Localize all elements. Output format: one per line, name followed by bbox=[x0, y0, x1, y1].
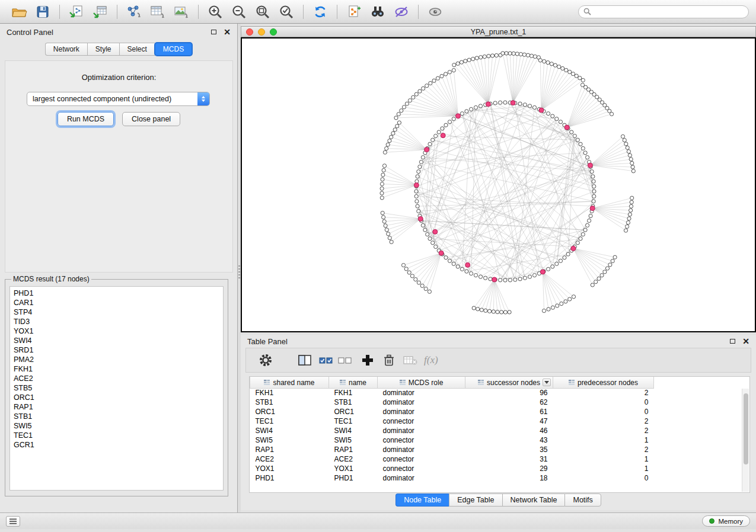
network-node[interactable] bbox=[496, 310, 499, 314]
network-node[interactable] bbox=[410, 274, 414, 278]
network-node[interactable] bbox=[560, 302, 563, 306]
float-table-panel-icon[interactable] bbox=[730, 339, 735, 344]
close-mcds-panel-button[interactable]: Close panel bbox=[122, 112, 180, 126]
network-node[interactable] bbox=[393, 128, 397, 132]
network-node[interactable] bbox=[382, 164, 386, 168]
network-node[interactable] bbox=[465, 110, 468, 113]
network-node[interactable] bbox=[476, 307, 480, 311]
table-row[interactable]: STB1STB1dominator620 bbox=[250, 398, 654, 407]
network-node[interactable] bbox=[479, 275, 482, 278]
mcds-result-list[interactable]: PHD1CAR1STP4TID3YOX1SWI4SRD1PMA2FKH1ACE2… bbox=[9, 286, 224, 491]
network-node[interactable] bbox=[416, 175, 419, 178]
network-node[interactable] bbox=[448, 120, 451, 124]
search-box[interactable] bbox=[578, 5, 749, 18]
network-node[interactable] bbox=[395, 124, 399, 128]
network-node[interactable] bbox=[631, 165, 634, 169]
network-node[interactable] bbox=[470, 107, 473, 111]
network-node[interactable] bbox=[628, 153, 631, 157]
network-node[interactable] bbox=[600, 274, 604, 277]
network-node[interactable] bbox=[460, 112, 464, 116]
network-node[interactable] bbox=[512, 52, 515, 55]
zoom-in-button[interactable] bbox=[203, 2, 227, 21]
network-node[interactable] bbox=[556, 304, 559, 307]
tab-style[interactable]: Style bbox=[87, 43, 119, 56]
network-node[interactable] bbox=[508, 52, 512, 55]
network-node[interactable] bbox=[575, 74, 578, 78]
network-node[interactable] bbox=[563, 256, 566, 259]
dominator-node[interactable] bbox=[492, 277, 497, 282]
table-scrollbar[interactable] bbox=[742, 389, 749, 492]
network-node[interactable] bbox=[493, 101, 497, 105]
column-header-shared-name[interactable]: shared name bbox=[250, 377, 329, 388]
mcds-result-item[interactable]: CAR1 bbox=[10, 298, 223, 307]
mcds-result-item[interactable]: FKH1 bbox=[10, 364, 223, 374]
dominator-node[interactable] bbox=[425, 148, 429, 152]
network-node[interactable] bbox=[419, 160, 423, 164]
network-node[interactable] bbox=[621, 134, 624, 138]
network-node[interactable] bbox=[571, 72, 575, 76]
network-node[interactable] bbox=[572, 295, 575, 299]
network-node[interactable] bbox=[592, 190, 596, 193]
import-network-button[interactable] bbox=[65, 2, 88, 21]
dominator-node[interactable] bbox=[456, 114, 461, 118]
network-node[interactable] bbox=[592, 180, 595, 183]
network-node[interactable] bbox=[626, 221, 630, 225]
network-node[interactable] bbox=[561, 66, 564, 70]
network-node[interactable] bbox=[630, 196, 634, 200]
network-node[interactable] bbox=[626, 146, 629, 149]
network-node[interactable] bbox=[508, 310, 511, 314]
network-node[interactable] bbox=[628, 213, 631, 216]
network-node[interactable] bbox=[467, 58, 471, 62]
network-node[interactable] bbox=[380, 191, 384, 195]
network-node[interactable] bbox=[400, 109, 403, 113]
network-node[interactable] bbox=[564, 68, 568, 72]
mcds-result-item[interactable]: SWI5 bbox=[10, 421, 223, 431]
network-node[interactable] bbox=[388, 236, 391, 240]
mcds-result-item[interactable]: YOX1 bbox=[10, 326, 223, 336]
network-node[interactable] bbox=[590, 170, 594, 174]
network-node[interactable] bbox=[381, 173, 385, 177]
minimize-window-button[interactable] bbox=[258, 28, 265, 36]
network-node[interactable] bbox=[589, 214, 592, 217]
network-node[interactable] bbox=[630, 200, 633, 204]
dominator-node[interactable] bbox=[511, 101, 515, 105]
network-node[interactable] bbox=[387, 232, 390, 236]
network-node[interactable] bbox=[532, 105, 536, 109]
network-node[interactable] bbox=[576, 241, 579, 245]
tab-mcds[interactable]: MCDS bbox=[155, 43, 192, 56]
network-node[interactable] bbox=[381, 178, 384, 181]
network-node[interactable] bbox=[624, 229, 627, 232]
mcds-result-item[interactable]: STB1 bbox=[10, 412, 223, 421]
network-overview-button[interactable] bbox=[366, 2, 390, 21]
mcds-result-item[interactable]: ORC1 bbox=[10, 393, 223, 402]
show-details-button[interactable] bbox=[423, 2, 447, 21]
network-node[interactable] bbox=[518, 277, 522, 281]
network-node[interactable] bbox=[576, 138, 579, 142]
search-input[interactable] bbox=[595, 8, 744, 16]
float-panel-icon[interactable] bbox=[211, 30, 216, 34]
network-node[interactable] bbox=[456, 62, 460, 65]
network-node[interactable] bbox=[542, 309, 546, 313]
network-node[interactable] bbox=[581, 146, 585, 150]
network-node[interactable] bbox=[384, 224, 387, 227]
network-node[interactable] bbox=[388, 139, 391, 143]
function-builder-button[interactable]: f(x) bbox=[424, 354, 438, 366]
network-node[interactable] bbox=[503, 310, 507, 314]
network-node[interactable] bbox=[508, 278, 512, 282]
network-node[interactable] bbox=[414, 194, 418, 198]
mcds-result-item[interactable]: ACE2 bbox=[10, 374, 223, 383]
table-row[interactable]: SWI4SWI4dominator462 bbox=[250, 426, 654, 435]
network-node[interactable] bbox=[592, 200, 595, 203]
network-node[interactable] bbox=[434, 245, 438, 248]
network-node[interactable] bbox=[553, 63, 557, 67]
table-row[interactable]: PHD1PHD1dominator180 bbox=[250, 473, 654, 483]
network-node[interactable] bbox=[608, 263, 612, 267]
network-node[interactable] bbox=[551, 265, 554, 268]
column-header-predecessor-nodes[interactable]: predecessor nodes bbox=[553, 377, 654, 388]
network-node[interactable] bbox=[484, 276, 487, 280]
network-node[interactable] bbox=[470, 272, 473, 275]
network-node[interactable] bbox=[555, 262, 559, 265]
network-node[interactable] bbox=[526, 53, 529, 57]
network-node[interactable] bbox=[626, 225, 629, 228]
network-node[interactable] bbox=[564, 300, 567, 303]
